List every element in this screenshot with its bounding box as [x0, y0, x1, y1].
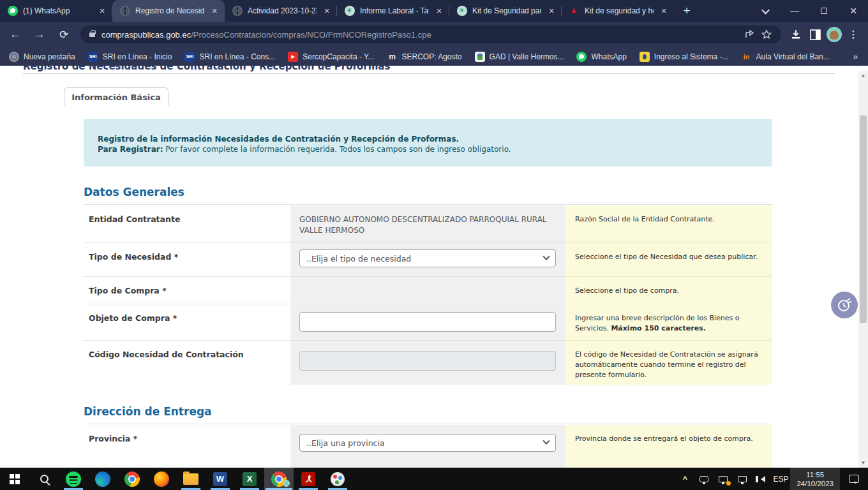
- start-button[interactable]: [0, 468, 29, 490]
- tray-date: 24/10/2023: [797, 479, 834, 488]
- close-icon[interactable]: ✕: [209, 6, 220, 16]
- bookmark-sri-inicio[interactable]: SRISRI en Línea - Inicio: [88, 52, 172, 62]
- close-icon[interactable]: ✕: [97, 6, 107, 16]
- profile-badge: [283, 480, 290, 487]
- monitor-icon: [719, 476, 728, 482]
- bookmarks-overflow-icon[interactable]: »: [853, 52, 858, 61]
- scrollbar-thumb[interactable]: [860, 115, 867, 323]
- page-scrollbar[interactable]: ▲ ▼: [858, 71, 868, 468]
- clock-icon: [836, 297, 853, 313]
- help-codigo-necesidad: El código de Necesidad de Contratación s…: [565, 341, 772, 385]
- forward-button[interactable]: →: [31, 26, 49, 43]
- spotify-icon: [66, 471, 81, 487]
- volume-icon[interactable]: [752, 468, 771, 490]
- taskbar-chrome[interactable]: [117, 468, 147, 490]
- help-provincia: Provincia donde se entregará el objeto d…: [565, 425, 772, 468]
- taskbar-spotify[interactable]: [59, 468, 88, 490]
- taskbar-firefox[interactable]: [147, 468, 176, 490]
- bookmark-aula-virtual[interactable]: inAula Virtual del Ban...: [742, 52, 830, 62]
- bookmark-sercopcapacita[interactable]: SercopCapacita - Y...: [288, 52, 374, 62]
- maximize-button[interactable]: [809, 0, 839, 22]
- scroll-down-icon[interactable]: ▼: [858, 458, 868, 468]
- help-objeto-compra: Ingresar una breve descripción de los Bi…: [565, 304, 772, 341]
- help-text-bold: Máximo 150 caracteres.: [611, 324, 706, 332]
- taskbar-edge[interactable]: [88, 468, 117, 490]
- title-divider: [23, 73, 835, 74]
- close-icon[interactable]: ✕: [546, 6, 557, 16]
- form-grid-direccion-entrega: Provincia * ..Elija una provincia Provin…: [84, 425, 772, 468]
- bookmark-sercop-agosto[interactable]: mSERCOP: Agosto: [387, 52, 462, 62]
- bookmark-whatsapp[interactable]: WhatsApp: [576, 52, 626, 62]
- taskbar-excel[interactable]: X: [235, 468, 264, 490]
- close-window-button[interactable]: ✕: [839, 0, 868, 22]
- tipo-necesidad-select[interactable]: ..Elija el tipo de necesidad: [299, 249, 556, 267]
- section-datos-generales: Datos Generales: [84, 186, 772, 205]
- tab-whatsapp[interactable]: (1) WhatsApp ✕: [0, 0, 112, 22]
- folder-icon: [183, 473, 198, 485]
- reload-button[interactable]: ⟳: [55, 26, 73, 43]
- notification-app-icon[interactable]: [714, 468, 733, 490]
- tab-informe-laboral[interactable]: Informe Laboral - Tar ✕: [337, 0, 449, 22]
- language-indicator[interactable]: ESP: [771, 468, 790, 490]
- close-icon[interactable]: ✕: [434, 6, 444, 16]
- label-objeto-compra: Objeto de Compra *: [84, 304, 290, 341]
- minimize-button[interactable]: —: [780, 0, 809, 22]
- codigo-necesidad-input: [299, 351, 556, 371]
- taskbar-paint3d[interactable]: [323, 468, 352, 490]
- field-tipo-necesidad: ..Elija el tipo de necesidad: [290, 243, 565, 277]
- taskbar-word[interactable]: W: [206, 468, 235, 490]
- info-line-2-text: Por favor complete la información requer…: [163, 145, 511, 154]
- taskbar-acrobat[interactable]: [294, 468, 323, 490]
- action-center-button[interactable]: [840, 468, 868, 490]
- sri-icon: SRI: [184, 52, 195, 62]
- chevron-down-icon: [542, 253, 550, 260]
- entidad-contratante-value: GOBIERNO AUTONOMO DESCENTRALIZADO PARROQ…: [299, 212, 550, 236]
- taskbar-file-explorer[interactable]: [176, 468, 206, 490]
- network-icon[interactable]: [733, 468, 752, 490]
- chatgpt-icon: [345, 6, 355, 16]
- paint-icon: [331, 472, 345, 486]
- notification-bubble-icon: [849, 475, 859, 483]
- bookmark-gad-valle-hermoso[interactable]: GAD | Valle Hermos...: [475, 52, 564, 62]
- tab-informacion-basica[interactable]: Información Básica: [64, 87, 168, 106]
- scroll-up-icon[interactable]: ▲: [858, 71, 868, 80]
- bookmark-sri-consultas[interactable]: SRISRI en Línea - Cons...: [184, 52, 275, 62]
- taskbar-clock[interactable]: 11:55 24/10/2023: [790, 468, 840, 490]
- side-panel-icon[interactable]: [805, 25, 825, 44]
- bookmark-ingreso-sistema[interactable]: Ingreso al Sistema -...: [640, 52, 729, 62]
- close-icon[interactable]: ✕: [659, 6, 669, 16]
- profile-avatar[interactable]: [825, 25, 844, 44]
- taskbar-search-button[interactable]: [29, 468, 59, 490]
- address-bar[interactable]: compraspublicas.gob.ec/ProcesoContrataci…: [80, 26, 781, 43]
- whatsapp-icon: [576, 52, 587, 62]
- bookmark-star-icon[interactable]: [758, 26, 775, 43]
- firefox-icon: [154, 471, 169, 487]
- moodle-icon: m: [387, 52, 398, 62]
- bookmark-label: Nueva pestaña: [24, 52, 75, 61]
- tray-expand-icon[interactable]: ^: [675, 468, 694, 490]
- tab-kit-seguridad-2[interactable]: Kit de seguridad y he ✕: [562, 0, 674, 22]
- excel-icon: X: [243, 472, 257, 486]
- tab-search-chevron-icon[interactable]: [751, 0, 780, 22]
- label-tipo-necesidad: Tipo de Necesidad *: [84, 243, 290, 277]
- label-tipo-compra: Tipo de Compra *: [84, 277, 290, 304]
- lock-icon[interactable]: [89, 33, 95, 37]
- session-timer-widget[interactable]: [831, 292, 858, 318]
- bookmark-nueva-pestana[interactable]: Nueva pestaña: [9, 52, 75, 62]
- tablet-mode-icon[interactable]: [694, 468, 714, 490]
- tab-kit-seguridad-1[interactable]: Kit de Seguridad para ✕: [449, 0, 562, 22]
- globe-icon: [232, 6, 243, 16]
- taskbar-chrome-active[interactable]: [264, 468, 294, 490]
- tab-registro-necesidades[interactable]: Registro de Necesida ✕: [112, 0, 225, 22]
- red-logo-icon: [569, 6, 580, 16]
- new-tab-button[interactable]: +: [678, 2, 696, 20]
- provincia-select[interactable]: ..Elija una provincia: [299, 434, 556, 452]
- tab-actividad[interactable]: Actividad 2023-10-23 ✕: [225, 0, 337, 22]
- download-icon[interactable]: [786, 25, 805, 44]
- back-button[interactable]: ←: [6, 26, 24, 43]
- sri-icon: SRI: [88, 52, 98, 62]
- browser-menu-icon[interactable]: ⋮: [844, 25, 863, 44]
- close-icon[interactable]: ✕: [322, 6, 332, 16]
- objeto-compra-input[interactable]: [299, 312, 556, 332]
- share-icon[interactable]: [742, 26, 758, 43]
